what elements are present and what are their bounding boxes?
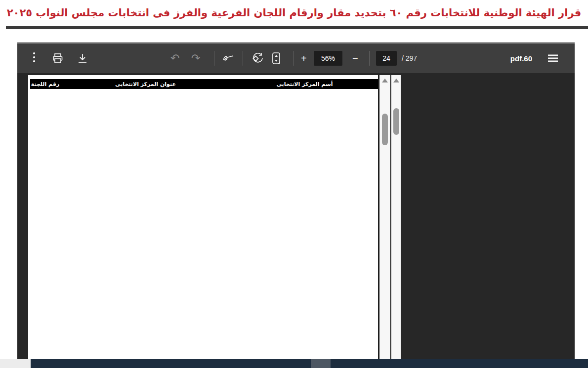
- fit-to-page-icon[interactable]: [271, 52, 281, 65]
- page-number-input[interactable]: 24: [376, 51, 397, 66]
- rotate-icon[interactable]: [251, 52, 264, 65]
- scrollbar-thumb[interactable]: [393, 108, 399, 135]
- scroll-up-icon[interactable]: [382, 79, 388, 82]
- scroll-up-icon[interactable]: [393, 79, 399, 82]
- toolbar-separator: [369, 51, 370, 66]
- outer-scrollbar[interactable]: [390, 75, 401, 359]
- thumbnail-pane: [401, 73, 575, 359]
- print-button[interactable]: [52, 52, 64, 64]
- zoom-out-button[interactable]: −: [352, 53, 358, 64]
- toolbar-separator: [293, 51, 294, 66]
- pdf-filename-label: pdf.60: [510, 54, 532, 63]
- scrollbar-thumb[interactable]: [382, 114, 388, 145]
- undo-icon[interactable]: ↶: [170, 53, 179, 63]
- title-divider-bar: [6, 26, 588, 29]
- zoom-level-input[interactable]: 56%: [314, 51, 342, 66]
- pdf-page-24: أسم المركز الانتخابى عنوان المركز الانتخ…: [28, 75, 378, 359]
- polling-stations-table: أسم المركز الانتخابى عنوان المركز الانتخ…: [30, 79, 378, 89]
- draw-signature-icon[interactable]: [222, 53, 235, 64]
- table-header-row: أسم المركز الانتخابى عنوان المركز الانتخ…: [31, 80, 378, 89]
- inner-scrollbar[interactable]: [378, 75, 390, 359]
- sidebar-menu-icon[interactable]: [548, 53, 558, 64]
- pdf-viewer: ↶ ↷ + 56% − 24 / 297 pdf.60: [17, 42, 575, 359]
- taskbar: [31, 359, 588, 368]
- redo-icon[interactable]: ↷: [191, 53, 200, 63]
- page-count-label: / 297: [402, 54, 417, 62]
- active-app-tile[interactable]: [311, 359, 331, 368]
- taskbar-left-strip: [0, 359, 31, 368]
- header-committee-number: رقم اللجنة: [31, 80, 60, 89]
- pdf-toolbar: ↶ ↷ + 56% − 24 / 297 pdf.60: [17, 43, 575, 73]
- header-center-address: عنوان المركز الانتخابى: [60, 80, 231, 89]
- viewer-content: أسم المركز الانتخابى عنوان المركز الانتخ…: [17, 73, 575, 359]
- download-button[interactable]: [77, 52, 88, 64]
- document-decree-title: قرار الهيئة الوطنية للانتخابات رقم ٦٠ بت…: [0, 3, 588, 23]
- header-center-name: أسم المركز الانتخابى: [231, 80, 378, 89]
- more-options-icon[interactable]: [33, 52, 35, 64]
- toolbar-separator: [243, 51, 243, 66]
- toolbar-separator: [214, 51, 214, 66]
- zoom-in-button[interactable]: +: [301, 53, 307, 64]
